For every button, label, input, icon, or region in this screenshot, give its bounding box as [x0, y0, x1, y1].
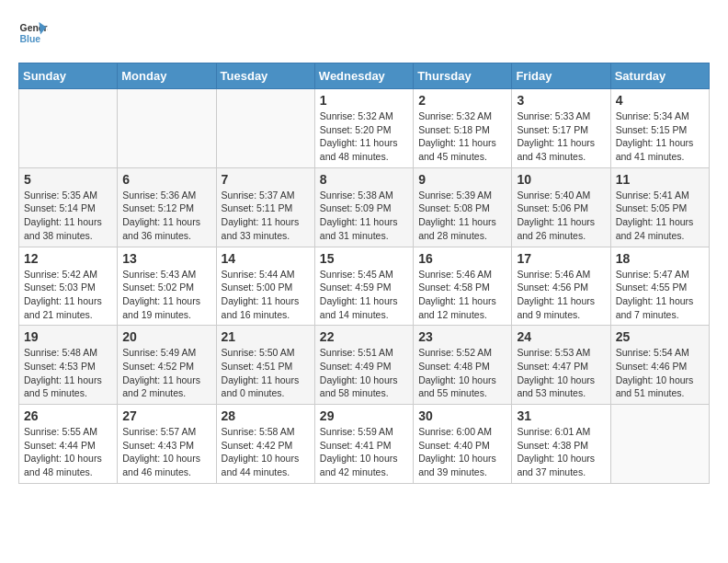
- day-info: Sunrise: 5:47 AM Sunset: 4:55 PM Dayligh…: [616, 268, 704, 322]
- day-number: 15: [320, 251, 408, 266]
- calendar-cell: 19Sunrise: 5:48 AM Sunset: 4:53 PM Dayli…: [19, 326, 118, 405]
- calendar-week-row: 5Sunrise: 5:35 AM Sunset: 5:14 PM Daylig…: [19, 167, 710, 247]
- calendar-cell: 23Sunrise: 5:52 AM Sunset: 4:48 PM Dayli…: [414, 326, 512, 405]
- day-info: Sunrise: 5:32 AM Sunset: 5:20 PM Dayligh…: [320, 109, 408, 164]
- day-info: Sunrise: 5:50 AM Sunset: 4:51 PM Dayligh…: [222, 346, 310, 400]
- day-number: 21: [222, 329, 310, 344]
- day-number: 12: [24, 251, 112, 266]
- day-number: 6: [122, 172, 210, 187]
- logo: General Blue: [18, 18, 51, 48]
- day-info: Sunrise: 5:41 AM Sunset: 5:05 PM Dayligh…: [616, 189, 704, 243]
- calendar-cell: [610, 405, 709, 484]
- calendar-cell: 24Sunrise: 5:53 AM Sunset: 4:47 PM Dayli…: [512, 326, 610, 405]
- calendar-cell: 29Sunrise: 5:59 AM Sunset: 4:41 PM Dayli…: [314, 405, 413, 484]
- day-info: Sunrise: 5:51 AM Sunset: 4:49 PM Dayligh…: [320, 346, 408, 400]
- calendar-cell: 17Sunrise: 5:46 AM Sunset: 4:56 PM Dayli…: [512, 247, 610, 326]
- calendar-cell: [216, 89, 314, 168]
- calendar-cell: 5Sunrise: 5:35 AM Sunset: 5:14 PM Daylig…: [19, 167, 118, 247]
- day-info: Sunrise: 5:44 AM Sunset: 5:00 PM Dayligh…: [222, 268, 310, 322]
- day-number: 13: [122, 251, 210, 266]
- day-number: 10: [517, 172, 605, 187]
- day-number: 14: [222, 251, 310, 266]
- calendar-cell: 26Sunrise: 5:55 AM Sunset: 4:44 PM Dayli…: [19, 405, 118, 484]
- header-sunday: Sunday: [19, 63, 118, 89]
- day-info: Sunrise: 5:49 AM Sunset: 4:52 PM Dayligh…: [122, 346, 210, 400]
- day-info: Sunrise: 5:34 AM Sunset: 5:15 PM Dayligh…: [616, 109, 704, 164]
- day-number: 3: [517, 93, 605, 108]
- day-number: 5: [24, 172, 112, 187]
- calendar-cell: 2Sunrise: 5:32 AM Sunset: 5:18 PM Daylig…: [414, 89, 512, 168]
- day-info: Sunrise: 5:46 AM Sunset: 4:58 PM Dayligh…: [418, 268, 506, 322]
- calendar-cell: 6Sunrise: 5:36 AM Sunset: 5:12 PM Daylig…: [118, 167, 216, 247]
- day-info: Sunrise: 6:00 AM Sunset: 4:40 PM Dayligh…: [418, 425, 506, 479]
- calendar-cell: 4Sunrise: 5:34 AM Sunset: 5:15 PM Daylig…: [610, 89, 709, 168]
- calendar-cell: 1Sunrise: 5:32 AM Sunset: 5:20 PM Daylig…: [314, 89, 413, 168]
- day-number: 17: [517, 251, 605, 266]
- day-info: Sunrise: 5:32 AM Sunset: 5:18 PM Dayligh…: [418, 109, 506, 164]
- day-info: Sunrise: 5:38 AM Sunset: 5:09 PM Dayligh…: [320, 189, 408, 243]
- page-header: General Blue: [18, 18, 710, 48]
- calendar-table: SundayMondayTuesdayWednesdayThursdayFrid…: [18, 63, 710, 484]
- day-number: 28: [222, 408, 310, 423]
- day-info: Sunrise: 5:42 AM Sunset: 5:03 PM Dayligh…: [24, 268, 112, 322]
- calendar-week-row: 12Sunrise: 5:42 AM Sunset: 5:03 PM Dayli…: [19, 247, 710, 326]
- calendar-cell: [19, 89, 118, 168]
- day-number: 26: [24, 408, 112, 423]
- day-number: 19: [24, 329, 112, 344]
- calendar-cell: 28Sunrise: 5:58 AM Sunset: 4:42 PM Dayli…: [216, 405, 314, 484]
- header-wednesday: Wednesday: [314, 63, 413, 89]
- calendar-cell: 22Sunrise: 5:51 AM Sunset: 4:49 PM Dayli…: [314, 326, 413, 405]
- calendar-cell: 27Sunrise: 5:57 AM Sunset: 4:43 PM Dayli…: [118, 405, 216, 484]
- day-info: Sunrise: 5:43 AM Sunset: 5:02 PM Dayligh…: [122, 268, 210, 322]
- calendar-cell: 9Sunrise: 5:39 AM Sunset: 5:08 PM Daylig…: [414, 167, 512, 247]
- day-info: Sunrise: 5:58 AM Sunset: 4:42 PM Dayligh…: [222, 425, 310, 479]
- calendar-cell: 25Sunrise: 5:54 AM Sunset: 4:46 PM Dayli…: [610, 326, 709, 405]
- day-number: 2: [418, 93, 506, 108]
- day-info: Sunrise: 5:59 AM Sunset: 4:41 PM Dayligh…: [320, 425, 408, 479]
- calendar-cell: 30Sunrise: 6:00 AM Sunset: 4:40 PM Dayli…: [414, 405, 512, 484]
- calendar-cell: [118, 89, 216, 168]
- calendar-cell: 10Sunrise: 5:40 AM Sunset: 5:06 PM Dayli…: [512, 167, 610, 247]
- day-number: 24: [517, 329, 605, 344]
- day-info: Sunrise: 5:35 AM Sunset: 5:14 PM Dayligh…: [24, 189, 112, 243]
- day-number: 9: [418, 172, 506, 187]
- day-info: Sunrise: 5:36 AM Sunset: 5:12 PM Dayligh…: [122, 189, 210, 243]
- calendar-cell: 7Sunrise: 5:37 AM Sunset: 5:11 PM Daylig…: [216, 167, 314, 247]
- day-number: 18: [616, 251, 704, 266]
- calendar-cell: 16Sunrise: 5:46 AM Sunset: 4:58 PM Dayli…: [414, 247, 512, 326]
- day-info: Sunrise: 5:57 AM Sunset: 4:43 PM Dayligh…: [122, 425, 210, 479]
- day-number: 1: [320, 93, 408, 108]
- day-info: Sunrise: 5:46 AM Sunset: 4:56 PM Dayligh…: [517, 268, 605, 322]
- header-tuesday: Tuesday: [216, 63, 314, 89]
- day-number: 31: [517, 408, 605, 423]
- calendar-cell: 13Sunrise: 5:43 AM Sunset: 5:02 PM Dayli…: [118, 247, 216, 326]
- day-info: Sunrise: 5:54 AM Sunset: 4:46 PM Dayligh…: [616, 346, 704, 400]
- day-info: Sunrise: 5:37 AM Sunset: 5:11 PM Dayligh…: [222, 189, 310, 243]
- day-number: 22: [320, 329, 408, 344]
- header-saturday: Saturday: [610, 63, 709, 89]
- header-friday: Friday: [512, 63, 610, 89]
- day-number: 29: [320, 408, 408, 423]
- calendar-cell: 3Sunrise: 5:33 AM Sunset: 5:17 PM Daylig…: [512, 89, 610, 168]
- header-monday: Monday: [118, 63, 216, 89]
- header-thursday: Thursday: [414, 63, 512, 89]
- day-info: Sunrise: 5:33 AM Sunset: 5:17 PM Dayligh…: [517, 109, 605, 164]
- day-info: Sunrise: 5:40 AM Sunset: 5:06 PM Dayligh…: [517, 189, 605, 243]
- day-info: Sunrise: 5:39 AM Sunset: 5:08 PM Dayligh…: [418, 189, 506, 243]
- day-number: 27: [122, 408, 210, 423]
- day-info: Sunrise: 5:52 AM Sunset: 4:48 PM Dayligh…: [418, 346, 506, 400]
- calendar-week-row: 1Sunrise: 5:32 AM Sunset: 5:20 PM Daylig…: [19, 89, 710, 168]
- calendar-week-row: 19Sunrise: 5:48 AM Sunset: 4:53 PM Dayli…: [19, 326, 710, 405]
- day-info: Sunrise: 5:45 AM Sunset: 4:59 PM Dayligh…: [320, 268, 408, 322]
- calendar-cell: 12Sunrise: 5:42 AM Sunset: 5:03 PM Dayli…: [19, 247, 118, 326]
- day-number: 11: [616, 172, 704, 187]
- day-number: 25: [616, 329, 704, 344]
- calendar-cell: 14Sunrise: 5:44 AM Sunset: 5:00 PM Dayli…: [216, 247, 314, 326]
- day-number: 16: [418, 251, 506, 266]
- day-info: Sunrise: 6:01 AM Sunset: 4:38 PM Dayligh…: [517, 425, 605, 479]
- day-info: Sunrise: 5:53 AM Sunset: 4:47 PM Dayligh…: [517, 346, 605, 400]
- day-number: 30: [418, 408, 506, 423]
- calendar-header-row: SundayMondayTuesdayWednesdayThursdayFrid…: [19, 63, 710, 89]
- day-info: Sunrise: 5:48 AM Sunset: 4:53 PM Dayligh…: [24, 346, 112, 400]
- day-number: 23: [418, 329, 506, 344]
